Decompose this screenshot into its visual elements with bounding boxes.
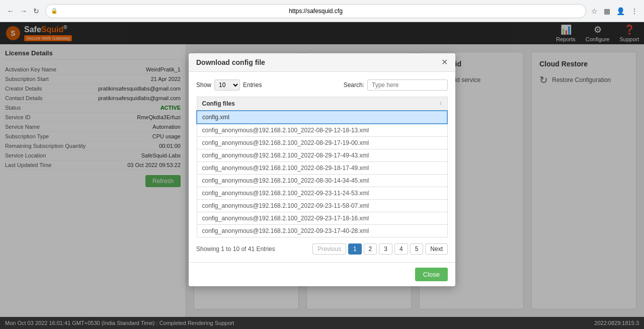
page-3-button[interactable]: 3 [379,243,392,255]
forward-button[interactable]: → [18,5,29,17]
config-file-name: config_anonymous@192.168.2.100_2022-08-2… [197,161,447,174]
next-button[interactable]: Next [425,243,448,255]
config-file-name: config_anonymous@192.168.2.100_2022-08-3… [197,174,447,187]
browser-chrome: ← → ↻ 🔒 https://safesquid.cfg ☆ ▦ 👤 ⋮ [0,0,644,22]
config-file-name: config_anonymous@192.168.2.100_2022-08-2… [197,149,447,161]
showing-entries-text: Showing 1 to 10 of 41 Entries [196,245,275,253]
url-text: https://safesquid.cfg [289,8,343,15]
config-file-name: config_anonymous@192.168.2.100_2022-08-2… [197,136,447,149]
table-row[interactable]: config_anonymous@192.168.2.100_2022-08-2… [197,136,447,149]
config-file-name: config.xml [197,111,447,124]
config-files-column-header: Config files ↕ [197,97,447,111]
bookmark-icon[interactable]: ☆ [590,6,599,16]
search-area: Search: [344,79,448,91]
modal-body: Show 10 25 50 100 Entries Search: [189,72,455,262]
table-row[interactable]: config_anonymous@192.168.2.100_2022-08-2… [197,149,447,161]
table-row[interactable]: config_anonymous@192.168.2.100_2022-08-2… [197,124,447,137]
table-row[interactable]: config_anonymous@192.168.2.100_2022-09-2… [197,199,447,212]
config-file-name: config_anonymous@192.168.2.100_2022-09-2… [197,212,447,224]
menu-icon[interactable]: ⋮ [630,6,639,16]
extensions-icon[interactable]: ▦ [603,6,611,16]
status-text-right: 2022:0829:1815:3 [594,320,639,326]
table-row[interactable]: config_anonymous@192.168.2.100_2022-08-3… [197,174,447,187]
modal-footer: Close [189,262,455,286]
modal: Download config file ✕ Show 10 25 50 100… [189,53,455,286]
page-4-button[interactable]: 4 [394,243,408,255]
page-1-button[interactable]: 1 [348,243,362,255]
config-file-name: config_anonymous@192.168.2.100_2022-09-2… [197,224,447,237]
table-row[interactable]: config_anonymous@192.168.2.100_2022-09-2… [197,187,447,199]
table-row[interactable]: config_anonymous@192.168.2.100_2022-09-2… [197,212,447,224]
show-label: Show [196,81,211,89]
close-modal-button[interactable]: Close [415,268,448,281]
browser-action-icons: ☆ ▦ 👤 ⋮ [590,6,639,16]
table-header-row: Config files ↕ [197,97,447,111]
sort-icon[interactable]: ↕ [440,100,442,106]
account-icon[interactable]: 👤 [615,6,626,16]
back-button[interactable]: ← [5,5,16,17]
config-files-table: Config files ↕ config.xmlconfig_anonymou… [196,97,448,237]
address-bar[interactable]: 🔒 https://safesquid.cfg [45,4,586,18]
entries-select[interactable]: 10 25 50 100 [214,79,240,91]
browser-nav: ← → ↻ [5,5,41,17]
lock-icon: 🔒 [51,8,58,14]
config-file-name: config_anonymous@192.168.2.100_2022-08-2… [197,124,447,137]
modal-overlay: Download config file ✕ Show 10 25 50 100… [0,22,644,317]
status-bar: Mon Oct 03 2022 16:01:41 GMT+0530 (India… [0,317,644,329]
modal-close-button[interactable]: ✕ [441,58,448,66]
status-text-left: Mon Oct 03 2022 16:01:41 GMT+0530 (India… [5,320,234,326]
table-row[interactable]: config_anonymous@192.168.2.100_2022-09-2… [197,224,447,237]
search-label: Search: [344,81,364,89]
pagination-buttons: Previous 1 2 3 4 5 Next [312,243,448,255]
refresh-button[interactable]: ↻ [31,5,41,17]
previous-button[interactable]: Previous [312,243,346,255]
page-2-button[interactable]: 2 [364,243,377,255]
config-file-name: config_anonymous@192.168.2.100_2022-09-2… [197,199,447,212]
pagination-area: Showing 1 to 10 of 41 Entries Previous 1… [196,243,448,255]
modal-title: Download config file [196,58,265,66]
page-5-button[interactable]: 5 [410,243,424,255]
entries-label: Entries [243,81,262,89]
config-table-body: config.xmlconfig_anonymous@192.168.2.100… [197,111,447,237]
search-input[interactable] [367,79,448,91]
table-row[interactable]: config_anonymous@192.168.2.100_2022-08-2… [197,161,447,174]
modal-header: Download config file ✕ [189,53,455,72]
show-entries: Show 10 25 50 100 Entries [196,79,262,91]
table-row[interactable]: config.xml [197,111,447,124]
modal-controls: Show 10 25 50 100 Entries Search: [196,79,448,91]
config-file-name: config_anonymous@192.168.2.100_2022-09-2… [197,187,447,199]
